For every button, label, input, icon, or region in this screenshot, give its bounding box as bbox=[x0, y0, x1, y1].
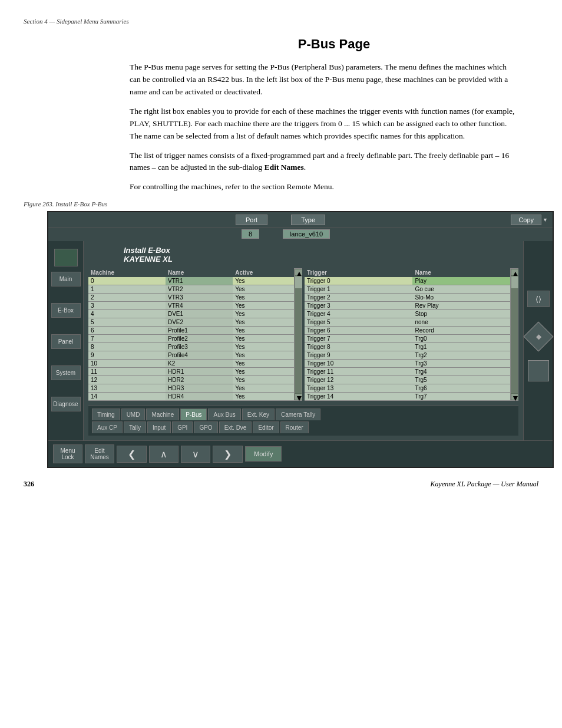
tab-button[interactable]: Editor bbox=[253, 421, 279, 433]
trigger-row[interactable]: Trigger 1 Go cue bbox=[305, 285, 510, 294]
top-bar-controls: Port Type bbox=[236, 215, 325, 225]
paragraph-1: The P-Bus menu page serves for setting t… bbox=[130, 61, 515, 98]
trigger-scrollbar[interactable]: ▲ ▼ bbox=[510, 268, 518, 401]
left-nav: Main E-Box Panel System Diagnose bbox=[48, 241, 84, 440]
trigger-row[interactable]: Trigger 7 Trg0 bbox=[305, 335, 510, 343]
trigger-row[interactable]: Trigger 6 Record bbox=[305, 327, 510, 335]
trigger-scroll-up[interactable]: ▲ bbox=[511, 269, 518, 275]
nav-diagnose[interactable]: Diagnose bbox=[51, 397, 81, 411]
col-trigger: Trigger bbox=[305, 268, 412, 277]
machine-name: HDR4 bbox=[166, 393, 233, 401]
trigger-table: Trigger Name Trigger 0 Play Trigger 1 Go… bbox=[305, 268, 510, 401]
tab-button[interactable]: P-Bus bbox=[180, 409, 207, 420]
machine-row[interactable]: 1 VTR2 Yes bbox=[88, 285, 294, 294]
machine-row[interactable]: 4 DVE1 Yes bbox=[88, 310, 294, 318]
machine-num: 14 bbox=[88, 393, 166, 401]
trigger-row[interactable]: Trigger 11 Trg4 bbox=[305, 368, 510, 376]
right-arrow-button[interactable]: ❯ bbox=[213, 446, 243, 463]
trigger-row[interactable]: Trigger 2 Slo-Mo bbox=[305, 294, 510, 302]
trigger-name: Trg1 bbox=[412, 343, 510, 351]
trigger-row[interactable]: Trigger 8 Trg1 bbox=[305, 343, 510, 351]
trigger-row[interactable]: Trigger 13 Trg6 bbox=[305, 384, 510, 393]
trigger-row[interactable]: Trigger 3 Rev Play bbox=[305, 302, 510, 310]
machine-row[interactable]: 10 K2 Yes bbox=[88, 360, 294, 368]
modify-button[interactable]: Modify bbox=[245, 446, 282, 462]
trigger-row[interactable]: Trigger 5 none bbox=[305, 318, 510, 327]
machine-row[interactable]: 2 VTR3 Yes bbox=[88, 294, 294, 302]
machine-name: DVE2 bbox=[166, 318, 233, 327]
machine-name: HDR1 bbox=[166, 368, 233, 376]
tab-button[interactable]: Camera Tally bbox=[276, 409, 320, 420]
menu-lock-button[interactable]: MenuLock bbox=[53, 444, 82, 463]
machine-row[interactable]: 7 Profile2 Yes bbox=[88, 335, 294, 343]
machine-name: Profile3 bbox=[166, 343, 233, 351]
tab-button[interactable]: Aux CP bbox=[92, 421, 123, 433]
machine-scrollbar[interactable]: ▲ ▼ bbox=[294, 268, 302, 401]
tab-button[interactable]: Input bbox=[147, 421, 171, 433]
trigger-row[interactable]: Trigger 4 Stop bbox=[305, 310, 510, 318]
machine-row[interactable]: 5 DVE2 Yes bbox=[88, 318, 294, 327]
machine-row[interactable]: 11 HDR1 Yes bbox=[88, 368, 294, 376]
machine-row[interactable]: 12 HDR2 Yes bbox=[88, 376, 294, 384]
machine-row[interactable]: 0 VTR1 Yes bbox=[88, 277, 294, 285]
nav-main[interactable]: Main bbox=[51, 272, 81, 286]
tab-button[interactable]: GPO bbox=[194, 421, 217, 433]
nav-system[interactable]: System bbox=[51, 365, 81, 380]
machine-num: 12 bbox=[88, 376, 166, 384]
scroll-down-btn[interactable]: ▼ bbox=[295, 394, 302, 400]
trigger-name: Trg4 bbox=[412, 368, 510, 376]
trigger-label: Trigger 8 bbox=[305, 343, 412, 351]
scroll-up-btn[interactable]: ▲ bbox=[295, 269, 302, 275]
machine-name: Profile4 bbox=[166, 351, 233, 360]
port-button[interactable]: Port bbox=[236, 215, 267, 225]
tab-button[interactable]: Timing bbox=[92, 409, 120, 420]
trigger-row[interactable]: Trigger 14 Trg7 bbox=[305, 393, 510, 401]
tab-button[interactable]: GPI bbox=[172, 421, 193, 433]
machine-active: Yes bbox=[233, 294, 294, 302]
machine-row[interactable]: 6 Profile1 Yes bbox=[88, 327, 294, 335]
trigger-name: none bbox=[412, 318, 510, 327]
trigger-row[interactable]: Trigger 0 Play bbox=[305, 277, 510, 285]
copy-button[interactable]: Copy bbox=[511, 215, 541, 225]
nav-panel[interactable]: Panel bbox=[51, 334, 81, 349]
right-blank-btn[interactable] bbox=[528, 360, 549, 381]
tab-button[interactable]: Tally bbox=[124, 421, 146, 433]
down-arrow-button[interactable]: ∨ bbox=[181, 446, 210, 463]
tab-button[interactable]: Ext. Key bbox=[242, 409, 275, 420]
lr-arrow-button[interactable]: ⟨⟩ bbox=[527, 291, 550, 307]
trigger-label: Trigger 2 bbox=[305, 294, 412, 302]
tab-button[interactable]: Aux Bus bbox=[208, 409, 240, 420]
paragraph-2: The right list box enables you to provid… bbox=[130, 106, 515, 143]
machine-active: Yes bbox=[233, 310, 294, 318]
nav-ebox[interactable]: E-Box bbox=[51, 303, 81, 318]
machine-num: 8 bbox=[88, 343, 166, 351]
page-header: Section 4 — Sidepanel Menu Summaries bbox=[24, 18, 538, 25]
bottom-tabs-row1: TimingUMDMachineP-BusAux BusExt. KeyCame… bbox=[88, 406, 518, 420]
edit-names-button[interactable]: EditNames bbox=[85, 444, 114, 463]
machine-active: Yes bbox=[233, 285, 294, 294]
trigger-label: Trigger 3 bbox=[305, 302, 412, 310]
machine-row[interactable]: 3 VTR4 Yes bbox=[88, 302, 294, 310]
tab-button[interactable]: Ext. Dve bbox=[219, 421, 252, 433]
machine-row[interactable]: 9 Profile4 Yes bbox=[88, 351, 294, 360]
trigger-row[interactable]: Trigger 12 Trg5 bbox=[305, 376, 510, 384]
trigger-name: Stop bbox=[412, 310, 510, 318]
trigger-scroll-down[interactable]: ▼ bbox=[511, 394, 518, 400]
tab-button[interactable]: Router bbox=[280, 421, 309, 433]
type-button[interactable]: Type bbox=[291, 215, 325, 225]
trigger-row[interactable]: Trigger 9 Trg2 bbox=[305, 351, 510, 360]
machine-row[interactable]: 8 Profile3 Yes bbox=[88, 343, 294, 351]
col-name: Name bbox=[166, 268, 233, 277]
up-arrow-button[interactable]: ∧ bbox=[149, 446, 178, 463]
tab-button[interactable]: Machine bbox=[146, 409, 179, 420]
machine-row[interactable]: 13 HDR3 Yes bbox=[88, 384, 294, 393]
left-arrow-button[interactable]: ❮ bbox=[117, 446, 147, 463]
diamond-button[interactable]: ◆ bbox=[523, 322, 553, 352]
trigger-label: Trigger 6 bbox=[305, 327, 412, 335]
machine-row[interactable]: 14 HDR4 Yes bbox=[88, 393, 294, 401]
machine-active: Yes bbox=[233, 318, 294, 327]
machine-active: Yes bbox=[233, 393, 294, 401]
action-bar: MenuLock EditNames ❮ ∧ ∨ ❯ Modify bbox=[48, 440, 553, 467]
trigger-row[interactable]: Trigger 10 Trg3 bbox=[305, 360, 510, 368]
tab-button[interactable]: UMD bbox=[121, 409, 146, 420]
